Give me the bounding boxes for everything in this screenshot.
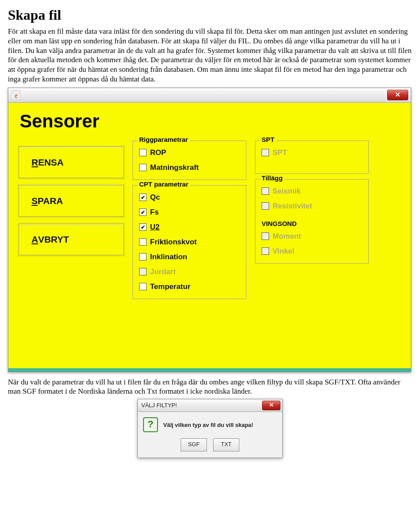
checkbox-row: ROP <box>139 145 242 160</box>
filetype-dialog: VÄLJ FILTYP! ? Välj vilken typ av fil du… <box>137 399 283 458</box>
spara-rest: PARA <box>38 196 63 206</box>
spt-group: SPT SPT <box>255 141 369 174</box>
fs-label: Fs <box>150 208 159 217</box>
matningskraft-checkbox[interactable] <box>139 164 147 171</box>
tillagg-group: Tillägg Seismik Resistivitet VINGSOND <box>255 179 369 264</box>
titlebar: ج <box>8 88 411 102</box>
checkbox-row: Seismik <box>262 184 364 199</box>
panel-heading: Sensorer <box>20 111 406 132</box>
checkbox-row: Vinkel <box>262 244 364 259</box>
vinkel-label: Vinkel <box>273 247 294 256</box>
riggparametrar-group: Riggparametrar ROP Matningskraft <box>133 141 246 180</box>
resistivitet-checkbox[interactable] <box>262 202 269 210</box>
checkbox-row: Matningskraft <box>139 160 242 175</box>
spt-title: SPT <box>260 136 276 143</box>
rensa-rest: ENSA <box>38 157 63 168</box>
temperatur-checkbox[interactable] <box>139 283 147 290</box>
checkbox-row: Resistivitet <box>262 199 364 214</box>
checkbox-row: ✔ U2 <box>139 220 242 235</box>
rop-checkbox[interactable] <box>139 149 147 156</box>
checkbox-row: Inklination <box>139 250 242 264</box>
vinkel-checkbox[interactable] <box>262 247 269 255</box>
u2-checkbox[interactable]: ✔ <box>139 223 147 231</box>
checkbox-row: ✔ Fs <box>139 205 242 220</box>
rop-label: ROP <box>150 148 166 157</box>
u2-label: U2 <box>150 223 160 232</box>
checkbox-row: Temperatur <box>139 279 242 294</box>
qc-checkbox[interactable]: ✔ <box>139 194 147 201</box>
question-icon: ? <box>143 417 158 432</box>
paragraph-filetype: När du valt de parametrar du vill ha ut … <box>8 377 412 397</box>
tillagg-title: Tillägg <box>260 174 284 182</box>
checkbox-row: SPT <box>262 145 364 160</box>
filetype-titlebar: VÄLJ FILTYP! <box>138 399 282 412</box>
avbryt-mnemonic: A <box>32 234 38 245</box>
checkbox-row: Friktionskvot <box>139 235 242 250</box>
java-icon: ج <box>11 90 21 100</box>
friktionskvot-label: Friktionskvot <box>150 238 197 247</box>
inklination-label: Inklination <box>150 253 187 261</box>
jordart-label: Jordart <box>150 268 176 276</box>
paragraph-intro: För att skapa en fil måste data vara inl… <box>8 27 412 84</box>
rensa-button[interactable]: RENSA <box>19 147 124 178</box>
sensorer-dialog: ج Sensorer RENSA SPARA AVBRYT <box>8 88 411 372</box>
filetype-title: VÄLJ FILTYP! <box>141 402 177 409</box>
fs-checkbox[interactable]: ✔ <box>139 208 147 216</box>
sgf-button[interactable]: SGF <box>181 438 207 451</box>
temperatur-label: Temperatur <box>150 282 190 291</box>
spt-label: SPT <box>273 148 287 157</box>
checkbox-row: Jordart <box>139 264 242 279</box>
vingsond-sublabel: VINGSOND <box>262 220 364 227</box>
riggparametrar-title: Riggparametrar <box>137 136 190 143</box>
txt-button[interactable]: TXT <box>213 438 239 451</box>
filetype-message: Välj vilken typ av fil du vill skapa! <box>163 422 253 428</box>
action-button-column: RENSA SPARA AVBRYT <box>19 141 124 255</box>
rensa-mnemonic: R <box>32 157 38 168</box>
avbryt-rest: VBRYT <box>38 234 69 245</box>
filetype-close-button[interactable] <box>262 401 280 410</box>
spt-checkbox[interactable] <box>262 149 269 156</box>
checkbox-row: Moment <box>262 229 364 244</box>
cpt-title: CPT parametrar <box>137 180 190 188</box>
page-title: Skapa fil <box>8 7 412 23</box>
moment-checkbox[interactable] <box>262 233 269 240</box>
close-button[interactable] <box>387 90 408 100</box>
seismik-checkbox[interactable] <box>262 187 269 195</box>
resistivitet-label: Resistivitet <box>273 202 312 211</box>
moment-label: Moment <box>273 232 301 241</box>
qc-label: Qc <box>150 193 160 202</box>
spara-mnemonic: S <box>32 196 38 206</box>
cpt-group: CPT parametrar ✔ Qc ✔ Fs ✔ U2 <box>133 185 246 299</box>
jordart-checkbox[interactable] <box>139 268 147 275</box>
avbryt-button[interactable]: AVBRYT <box>19 224 124 255</box>
spara-button[interactable]: SPARA <box>19 185 124 217</box>
inklination-checkbox[interactable] <box>139 253 147 261</box>
friktionskvot-checkbox[interactable] <box>139 238 147 246</box>
matningskraft-label: Matningskraft <box>150 163 199 172</box>
background-sliver <box>8 368 411 372</box>
checkbox-row: ✔ Qc <box>139 190 242 205</box>
seismik-label: Seismik <box>273 187 301 196</box>
